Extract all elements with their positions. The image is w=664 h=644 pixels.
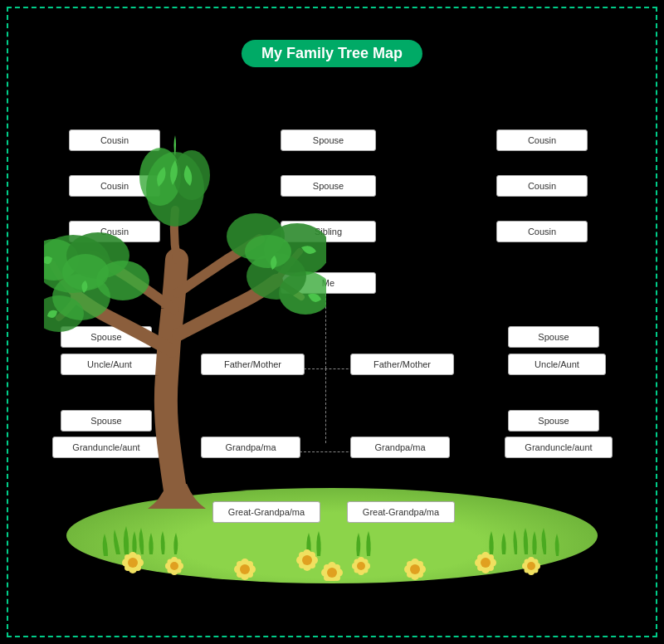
grandpa-2[interactable]: Grandpa/ma [350,437,450,458]
svg-point-68 [527,562,535,570]
canvas: My Family Tree Map [7,7,657,637]
granduncle-2[interactable]: Granduncle/aunt [505,437,613,458]
flowers [66,531,598,581]
svg-point-86 [410,564,420,574]
uncle-2[interactable]: Uncle/Aunt [508,354,606,375]
father-2[interactable]: Father/Mother [350,354,454,375]
svg-point-59 [481,558,491,568]
cousin-5[interactable]: Cousin [496,175,588,197]
title: My Family Tree Map [242,40,422,67]
svg-point-14 [96,261,149,300]
great-grandpa-2[interactable]: Great-Grandpa/ma [347,501,455,523]
cousin-6[interactable]: Cousin [496,221,588,242]
svg-point-77 [327,568,337,578]
spouse-4[interactable]: Spouse [508,326,599,348]
spouse-6[interactable]: Spouse [508,410,599,432]
svg-point-95 [240,564,250,574]
svg-point-13 [245,235,291,268]
svg-point-32 [170,562,178,570]
svg-point-23 [128,558,138,568]
svg-point-2 [173,150,210,200]
tree-illustration [44,77,326,509]
cousin-4[interactable]: Cousin [496,129,588,151]
svg-point-50 [357,562,365,570]
svg-point-41 [302,555,312,565]
great-grandpa-1[interactable]: Great-Grandpa/ma [212,501,320,523]
